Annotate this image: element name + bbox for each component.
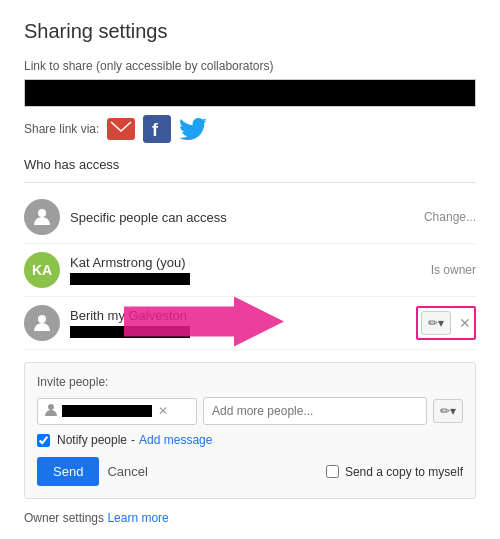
berith-row: Berith my Galveston ✏ ▾ ✕: [24, 297, 476, 350]
notify-label: Notify people: [57, 433, 127, 447]
invite-person-icon: [44, 403, 58, 420]
add-message-link[interactable]: Add message: [139, 433, 212, 447]
change-anchor[interactable]: Change...: [424, 210, 476, 224]
invite-person-chip: ✕: [37, 398, 197, 425]
kat-email-redacted: [70, 273, 190, 285]
berith-info: Berith my Galveston: [70, 308, 416, 338]
svg-text:f: f: [152, 120, 159, 140]
svg-point-4: [38, 315, 46, 323]
invite-section: Invite people: ✕ ✏ ▾ Notify people - Add…: [24, 362, 476, 499]
invite-person-remove[interactable]: ✕: [158, 404, 168, 418]
kat-info: Kat Armstrong (you): [70, 255, 421, 285]
invite-label: Invite people:: [37, 375, 463, 389]
kat-role: Is owner: [421, 263, 476, 277]
copy-checkbox-row: Send a copy to myself: [326, 465, 463, 479]
change-link[interactable]: Change...: [414, 210, 476, 224]
notify-row: Notify people - Add message: [37, 433, 463, 447]
twitter-share-icon[interactable]: [179, 115, 207, 143]
invite-permission-dropdown[interactable]: ✏ ▾: [433, 399, 463, 423]
notify-checkbox[interactable]: [37, 434, 50, 447]
facebook-share-icon[interactable]: f: [143, 115, 171, 143]
berith-permission-box: ✏ ▾ ✕: [416, 306, 476, 340]
specific-people-info: Specific people can access: [70, 210, 414, 225]
specific-people-label: Specific people can access: [70, 210, 227, 225]
action-left: Send Cancel: [37, 457, 148, 486]
berith-edit-btn[interactable]: ✏ ▾: [421, 311, 451, 335]
berith-email-redacted: [70, 326, 190, 338]
chevron-icon: ▾: [438, 316, 444, 330]
learn-more-link[interactable]: Learn more: [107, 511, 168, 525]
berith-controls: ✏ ▾ ✕: [416, 306, 476, 340]
link-section-label: Link to share (only accessible by collab…: [24, 59, 476, 73]
svg-point-6: [48, 404, 54, 410]
kat-initials: KA: [32, 262, 52, 278]
people-icon: [24, 199, 60, 235]
berith-icon: [24, 305, 60, 341]
add-more-input[interactable]: [203, 397, 427, 425]
link-section: Link to share (only accessible by collab…: [24, 59, 476, 143]
pencil-icon: ✏: [428, 316, 438, 330]
specific-people-row: Specific people can access Change...: [24, 191, 476, 244]
share-via-label: Share link via:: [24, 122, 99, 136]
berith-remove-btn[interactable]: ✕: [459, 315, 471, 331]
invite-chevron-icon: ▾: [450, 404, 456, 418]
action-row: Send Cancel Send a copy to myself: [37, 457, 463, 486]
svg-point-3: [38, 209, 46, 217]
copy-label: Send a copy to myself: [345, 465, 463, 479]
kat-armstrong-row: KA Kat Armstrong (you) Is owner: [24, 244, 476, 297]
share-link-input[interactable]: [24, 79, 476, 107]
invite-input-row: ✕ ✏ ▾: [37, 397, 463, 425]
send-button[interactable]: Send: [37, 457, 99, 486]
kat-name: Kat Armstrong (you): [70, 255, 186, 270]
kat-avatar: KA: [24, 252, 60, 288]
berith-name: Berith my Galveston: [70, 308, 187, 323]
who-has-access-heading: Who has access: [24, 157, 476, 172]
copy-checkbox[interactable]: [326, 465, 339, 478]
invite-pencil-icon: ✏: [440, 404, 450, 418]
invite-person-name-redacted: [62, 405, 152, 417]
access-divider: [24, 182, 476, 183]
gmail-share-icon[interactable]: [107, 118, 135, 140]
cancel-button[interactable]: Cancel: [107, 464, 147, 479]
owner-settings-row: Owner settings Learn more: [24, 511, 476, 525]
owner-settings-label: Owner settings: [24, 511, 104, 525]
page-title: Sharing settings: [24, 20, 476, 43]
